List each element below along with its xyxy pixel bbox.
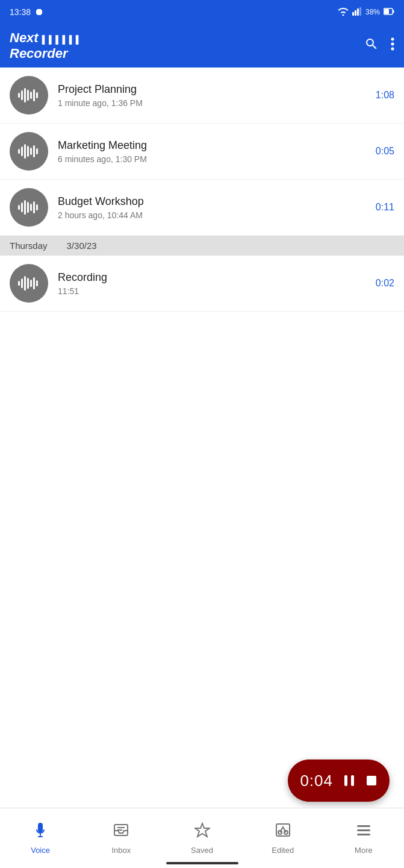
svg-rect-2	[355, 10, 356, 16]
svg-rect-17	[36, 92, 38, 98]
nav-item-voice[interactable]: Voice	[0, 822, 81, 855]
svg-rect-27	[24, 200, 26, 215]
nav-label-more: More	[355, 846, 373, 855]
pause-button[interactable]	[343, 774, 356, 787]
recording-meta-4: 11:51	[58, 286, 371, 296]
svg-rect-39	[344, 775, 347, 786]
svg-rect-42	[40, 834, 41, 836]
recording-title-3: Budget Workshop	[58, 195, 371, 208]
nav-item-saved[interactable]: Saved	[161, 822, 242, 855]
nav-label-saved: Saved	[191, 846, 213, 855]
svg-rect-6	[384, 9, 389, 14]
star-icon	[194, 822, 210, 842]
svg-rect-14	[27, 90, 29, 101]
nav-label-inbox: Inbox	[111, 846, 131, 855]
svg-rect-54	[357, 829, 370, 831]
svg-rect-38	[36, 280, 38, 286]
player-time: 0:04	[300, 772, 333, 790]
svg-rect-43	[38, 836, 43, 837]
nav-label-edited: Edited	[272, 846, 294, 855]
svg-rect-12	[21, 90, 23, 100]
recording-title-1: Project Planning	[58, 83, 371, 96]
nav-item-inbox[interactable]: Inbox	[81, 822, 161, 855]
svg-rect-53	[357, 825, 370, 827]
recording-meta-3: 2 hours ago, 10:44 AM	[58, 210, 371, 220]
recording-item[interactable]: Marketing Meeting 6 minutes ago, 1:30 PM…	[0, 124, 404, 180]
svg-rect-11	[18, 93, 20, 98]
date-full: 3/30/23	[67, 241, 97, 251]
svg-marker-47	[195, 823, 210, 837]
battery-icon	[384, 8, 394, 17]
svg-rect-36	[30, 280, 32, 287]
microphone-icon	[33, 822, 48, 842]
status-icons-area: 38%	[338, 7, 394, 17]
recording-duration-4: 0:02	[376, 278, 394, 289]
scissors-icon	[275, 822, 291, 842]
svg-rect-21	[27, 146, 29, 157]
recording-info-2: Marketing Meeting 6 minutes ago, 1:30 PM	[58, 139, 371, 164]
recording-info-3: Budget Workshop 2 hours ago, 10:44 AM	[58, 195, 371, 220]
battery-percent: 38%	[365, 8, 380, 16]
recording-title-2: Marketing Meeting	[58, 139, 371, 152]
app-title-next: Next	[10, 30, 42, 45]
svg-rect-20	[24, 144, 26, 159]
recording-item[interactable]: Budget Workshop 2 hours ago, 10:44 AM 0:…	[0, 180, 404, 236]
svg-rect-37	[33, 277, 35, 289]
svg-rect-23	[33, 145, 35, 157]
svg-rect-1	[352, 12, 354, 16]
svg-rect-25	[18, 205, 20, 210]
svg-rect-31	[36, 204, 38, 210]
nav-item-edited[interactable]: Edited	[243, 822, 323, 855]
status-time: 13:38	[10, 7, 31, 17]
svg-rect-15	[30, 92, 32, 99]
date-separator: Thursday 3/30/23	[0, 236, 404, 256]
inbox-icon	[113, 822, 129, 842]
signal-icon	[352, 7, 362, 17]
bottom-nav: Voice Inbox Saved	[0, 808, 404, 868]
nav-label-voice: Voice	[31, 846, 50, 855]
search-icon[interactable]	[364, 37, 379, 55]
recording-meta-1: 1 minute ago, 1:36 PM	[58, 98, 371, 108]
app-title-bars: ▌▌▌▌▌▌	[42, 35, 82, 44]
svg-point-9	[391, 43, 394, 46]
svg-rect-13	[24, 88, 26, 102]
hamburger-icon	[356, 822, 371, 842]
recording-info-1: Project Planning 1 minute ago, 1:36 PM	[58, 83, 371, 108]
svg-rect-3	[357, 8, 359, 16]
wifi-icon	[338, 7, 349, 17]
waveform-icon-3	[10, 188, 48, 227]
svg-rect-4	[359, 7, 361, 16]
svg-point-10	[391, 48, 394, 51]
waveform-icon-4	[10, 264, 48, 303]
svg-point-0	[342, 14, 344, 16]
app-header: Next ▌▌▌▌▌▌ Recorder	[0, 24, 404, 68]
svg-rect-33	[21, 278, 23, 288]
recording-item[interactable]: Recording 11:51 0:02	[0, 256, 404, 312]
svg-rect-29	[30, 204, 32, 211]
nav-item-more[interactable]: More	[323, 822, 404, 855]
recording-item[interactable]: Project Planning 1 minute ago, 1:36 PM 1…	[0, 68, 404, 124]
svg-rect-30	[33, 201, 35, 213]
more-options-icon[interactable]	[391, 37, 394, 55]
svg-rect-7	[393, 10, 394, 13]
recording-duration-2: 0:05	[376, 146, 394, 157]
bottom-indicator	[166, 862, 238, 864]
recording-duration-1: 1:08	[376, 90, 394, 101]
recording-dot-icon: ⏺	[34, 7, 44, 17]
status-time-area: 13:38 ⏺	[10, 7, 44, 17]
app-logo: Next ▌▌▌▌▌▌ Recorder	[10, 30, 82, 62]
svg-rect-32	[18, 281, 20, 286]
svg-rect-16	[33, 89, 35, 101]
svg-rect-55	[357, 834, 370, 835]
svg-rect-34	[24, 276, 26, 291]
recording-title-4: Recording	[58, 271, 371, 284]
player-pill: 0:04	[288, 760, 390, 802]
recording-list: Project Planning 1 minute ago, 1:36 PM 1…	[0, 68, 404, 312]
stop-button[interactable]	[365, 775, 378, 787]
svg-rect-35	[27, 278, 29, 289]
app-title-recorder: Recorder	[10, 46, 68, 61]
header-actions	[364, 37, 394, 55]
status-bar: 13:38 ⏺ 38%	[0, 0, 404, 24]
svg-rect-18	[18, 149, 20, 154]
date-day: Thursday	[10, 241, 48, 251]
